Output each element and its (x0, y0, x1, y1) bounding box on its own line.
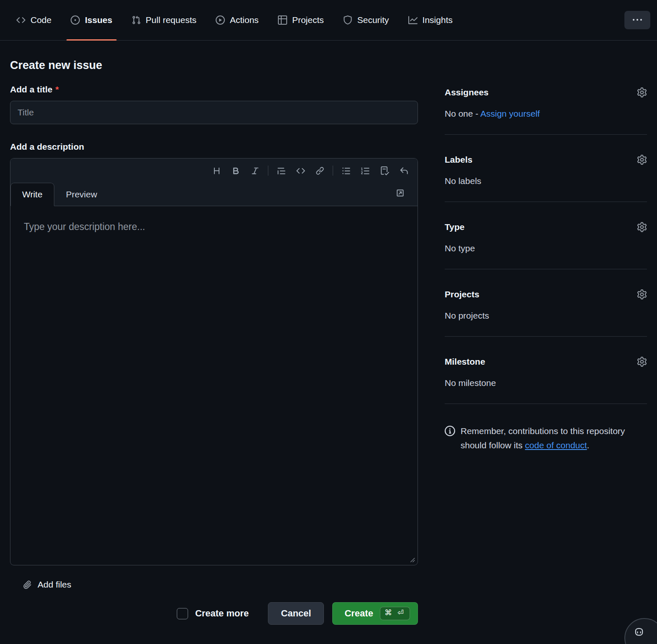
create-more-checkbox[interactable] (177, 608, 188, 619)
required-asterisk: * (56, 84, 59, 95)
gear-icon (637, 87, 647, 97)
resize-grip-icon[interactable] (408, 555, 415, 563)
tab-insights-label: Insights (423, 15, 453, 25)
create-more-group: Create more (177, 608, 249, 619)
preview-tab[interactable]: Preview (54, 183, 109, 206)
milestone-settings-button[interactable] (637, 357, 647, 367)
gear-icon (637, 289, 647, 299)
repo-tab-bar: Code Issues Pull requests Actions Projec… (0, 0, 657, 41)
markdown-editor: Write Preview (10, 158, 418, 565)
contribution-note: Remember, contributions to this reposito… (445, 424, 647, 452)
editor-tabs: Write Preview (10, 183, 109, 206)
milestone-section: Milestone No milestone (445, 357, 647, 388)
list-unordered-icon (342, 166, 351, 175)
sidebar-divider (445, 134, 647, 135)
tab-actions[interactable]: Actions (211, 0, 263, 40)
type-title: Type (445, 222, 464, 232)
labels-settings-button[interactable] (637, 155, 647, 165)
nav-overflow-button[interactable] (624, 11, 650, 29)
issue-form: Create new issue Add a title * Add a des… (10, 44, 418, 625)
gear-icon (637, 357, 647, 367)
paperclip-icon (23, 580, 32, 589)
issue-sidebar: Assignees No one - Assign yourself Label… (445, 44, 647, 625)
add-files-label: Add files (38, 580, 71, 590)
tab-insights[interactable]: Insights (404, 0, 457, 40)
projects-settings-button[interactable] (637, 289, 647, 299)
toolbar-separator (268, 166, 268, 176)
type-value: No type (445, 243, 647, 253)
saved-replies-button[interactable] (394, 162, 413, 179)
expand-icon (396, 189, 405, 197)
tab-security-label: Security (357, 15, 389, 25)
reply-icon (400, 166, 408, 175)
tab-pull-requests[interactable]: Pull requests (127, 0, 201, 40)
form-actions: Create more Cancel Create ⌘ ⏎ (10, 602, 418, 625)
toolbar-separator (333, 166, 333, 176)
heading-button[interactable] (207, 162, 226, 179)
fullscreen-button[interactable] (392, 185, 408, 201)
tasklist-button[interactable] (375, 162, 394, 179)
milestone-value: No milestone (445, 378, 647, 388)
tab-actions-label: Actions (230, 15, 259, 25)
copilot-icon (634, 626, 644, 637)
assignees-settings-button[interactable] (637, 87, 647, 97)
tab-projects[interactable]: Projects (274, 0, 328, 40)
tab-issues[interactable]: Issues (66, 0, 116, 40)
link-icon (316, 166, 324, 175)
list-ordered-icon (361, 166, 370, 175)
projects-value: No projects (445, 311, 647, 321)
bold-icon (232, 166, 240, 175)
pull-request-icon (132, 15, 141, 25)
bold-button[interactable] (226, 162, 245, 179)
inline-code-button[interactable] (291, 162, 310, 179)
table-icon (278, 15, 287, 25)
unordered-list-button[interactable] (336, 162, 356, 179)
keyboard-shortcut-badge: ⌘ ⏎ (380, 607, 410, 620)
tasklist-icon (380, 166, 389, 175)
code-of-conduct-link[interactable]: code of conduct (525, 440, 587, 450)
sidebar-divider (445, 336, 647, 337)
milestone-title: Milestone (445, 357, 485, 367)
sidebar-divider (445, 202, 647, 202)
add-files-button[interactable]: Add files (23, 580, 71, 590)
editor-body (10, 206, 418, 565)
type-section: Type No type (445, 222, 647, 253)
heading-icon (212, 166, 221, 175)
issue-description-textarea[interactable] (10, 206, 418, 565)
page-title: Create new issue (10, 59, 418, 72)
create-button[interactable]: Create ⌘ ⏎ (332, 602, 418, 625)
page-body: Create new issue Add a title * Add a des… (0, 41, 657, 625)
link-button[interactable] (310, 162, 329, 179)
write-tab[interactable]: Write (10, 183, 54, 206)
assignees-value: No one - (445, 109, 480, 118)
title-field-label: Add a title * (10, 84, 418, 95)
italic-icon (251, 166, 260, 175)
code-icon (16, 15, 25, 25)
tab-projects-label: Projects (292, 15, 324, 25)
type-settings-button[interactable] (637, 222, 647, 232)
italic-button[interactable] (245, 162, 265, 179)
projects-title: Projects (445, 289, 479, 299)
issue-title-input[interactable] (10, 101, 418, 124)
create-button-label: Create (344, 608, 373, 619)
ordered-list-button[interactable] (356, 162, 375, 179)
info-icon (445, 426, 455, 436)
labels-value: No labels (445, 176, 647, 186)
gear-icon (637, 222, 647, 232)
contribution-note-text: Remember, contributions to this reposito… (461, 424, 647, 452)
tab-pull-requests-label: Pull requests (146, 15, 196, 25)
inline-code-icon (296, 166, 305, 175)
sidebar-divider (445, 269, 647, 269)
play-icon (216, 15, 225, 25)
tab-security[interactable]: Security (339, 0, 393, 40)
issue-opened-icon (71, 15, 80, 25)
description-field-label: Add a description (10, 142, 418, 152)
tab-code[interactable]: Code (12, 0, 56, 40)
labels-section: Labels No labels (445, 155, 647, 186)
kebab-icon (633, 15, 642, 25)
cancel-button[interactable]: Cancel (268, 602, 324, 625)
tab-code-label: Code (31, 15, 51, 25)
create-more-label: Create more (195, 608, 249, 619)
assign-yourself-link[interactable]: Assign yourself (480, 109, 540, 118)
quote-button[interactable] (272, 162, 291, 179)
